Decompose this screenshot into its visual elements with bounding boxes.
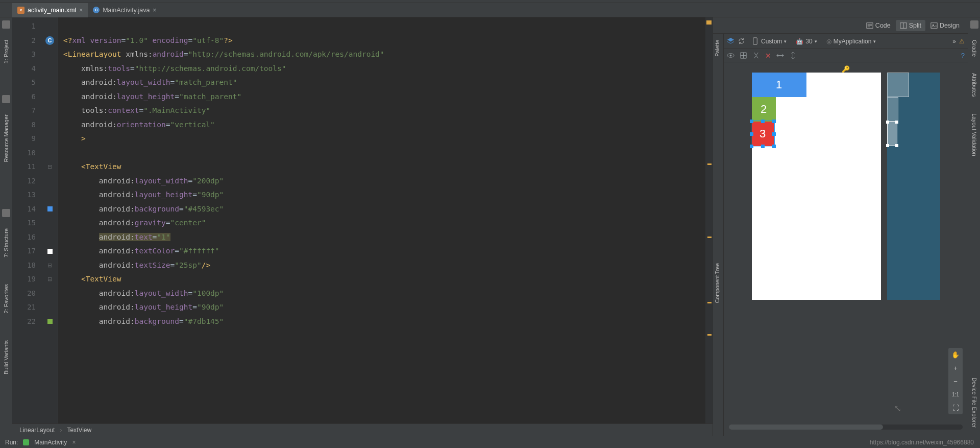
- color-swatch-icon[interactable]: [47, 319, 53, 324]
- zoom-out-button[interactable]: −: [948, 374, 963, 388]
- svg-rect-5: [753, 38, 757, 44]
- sidebar-build-variants[interactable]: Build Variants: [2, 332, 10, 383]
- tab-label: activity_main.xml: [28, 7, 76, 14]
- class-gutter-icon[interactable]: C: [45, 36, 54, 45]
- close-icon[interactable]: ×: [79, 7, 83, 14]
- preview-textview-2[interactable]: 2: [752, 97, 776, 122]
- tab-label: MainActivity.java: [103, 7, 150, 14]
- tab-mainactivity-java[interactable]: C MainActivity.java ×: [88, 3, 161, 17]
- preview-textview-1[interactable]: 1: [752, 73, 806, 97]
- orientation-icon[interactable]: [738, 37, 745, 45]
- preview-textview-3-selected[interactable]: 3: [752, 122, 774, 146]
- sidebar-resource-manager[interactable]: Resource Manager: [2, 106, 10, 171]
- blueprint-view-3-selected[interactable]: [887, 122, 897, 146]
- view-mode-design[interactable]: Design: [926, 20, 964, 31]
- fold-icon[interactable]: ⊟: [47, 276, 52, 282]
- line-gutter: 12345678910111213141516171819202122: [12, 17, 42, 423]
- run-label: Run:: [5, 439, 18, 446]
- code-content[interactable]: <?xml version="1.0" encoding="utf-8"?> <…: [58, 17, 705, 423]
- java-file-icon: C: [93, 7, 100, 13]
- color-swatch-icon[interactable]: [47, 249, 53, 254]
- zoom-in-button[interactable]: +: [948, 361, 963, 374]
- horizontal-scrollbar[interactable]: [729, 425, 963, 430]
- autoconnect-icon[interactable]: [752, 52, 760, 59]
- design-toolbar-secondary: ✕ ?: [724, 49, 968, 62]
- editor-tabs: x activity_main.xml × C MainActivity.jav…: [0, 3, 980, 17]
- zoom-controls: ✋ + − 1:1 ⛶: [948, 348, 963, 414]
- run-toolbar: Run: MainActivity ×: [0, 436, 980, 448]
- close-icon[interactable]: ×: [72, 439, 76, 446]
- view-mode-switcher: Code Split Design: [713, 17, 968, 34]
- sidebar-attributes[interactable]: Attributes: [970, 65, 978, 105]
- design-toolbar: Custom▾ 🤖30▾ ◎MyApplication▾ » ⚠: [724, 34, 968, 49]
- design-surface[interactable]: 1 2 3: [752, 73, 881, 300]
- left-tool-strip: 1: Project Resource Manager 7: Structure…: [0, 17, 12, 436]
- breadcrumb: LinearLayout › TextView: [12, 423, 713, 436]
- tab-activity-main[interactable]: x activity_main.xml ×: [12, 3, 88, 17]
- warning-icon[interactable]: ⚠: [959, 38, 965, 45]
- blueprint-surface[interactable]: [887, 73, 940, 300]
- zoom-actual-button[interactable]: ⛶: [948, 401, 963, 414]
- sidebar-structure[interactable]: 7: Structure: [2, 220, 10, 266]
- sidebar-layout-validation[interactable]: Layout Validation: [970, 105, 978, 164]
- folder-icon[interactable]: [2, 95, 10, 103]
- sidebar-device-file-explorer[interactable]: Device File Explorer: [970, 369, 978, 436]
- fold-icon[interactable]: ⊟: [47, 262, 52, 269]
- resize-handle-icon[interactable]: ⤡: [894, 403, 901, 414]
- palette-tab[interactable]: Palette: [713, 34, 721, 63]
- gradle-icon[interactable]: [970, 20, 978, 29]
- pan-icon[interactable]: ✋: [948, 348, 963, 361]
- device-picker[interactable]: Custom▾: [748, 36, 790, 46]
- color-swatch-icon[interactable]: [47, 206, 53, 211]
- view-mode-split[interactable]: Split: [896, 20, 925, 31]
- api-picker[interactable]: 🤖30▾: [793, 37, 820, 46]
- project-icon[interactable]: [2, 20, 10, 29]
- run-status-icon: [23, 439, 29, 445]
- view-mode-code[interactable]: Code: [862, 20, 895, 31]
- clear-constraints-icon[interactable]: ✕: [765, 52, 771, 60]
- breadcrumb-item[interactable]: TextView: [67, 427, 91, 434]
- right-tool-strip: Gradle Attributes Layout Validation Devi…: [968, 17, 980, 436]
- component-tree-tab[interactable]: Component Tree: [713, 257, 721, 309]
- more-icon[interactable]: »: [952, 38, 956, 45]
- help-icon[interactable]: ?: [961, 52, 965, 59]
- error-stripe[interactable]: [705, 17, 713, 423]
- sidebar-gradle[interactable]: Gradle: [970, 32, 978, 65]
- grid-icon[interactable]: [740, 52, 747, 59]
- fold-icon[interactable]: ⊟: [47, 163, 52, 170]
- breadcrumb-item[interactable]: LinearLayout: [19, 427, 55, 434]
- expand-horizontally-icon[interactable]: [776, 52, 784, 59]
- eye-icon[interactable]: [727, 52, 734, 59]
- sidebar-favorites[interactable]: 2: Favorites: [2, 276, 10, 321]
- theme-picker[interactable]: ◎MyApplication▾: [823, 37, 879, 46]
- layers-icon[interactable]: [727, 37, 734, 45]
- gutter-marks: C ⊟ ⊟ ⊟: [42, 17, 58, 423]
- svg-rect-3: [931, 22, 937, 28]
- chevron-right-icon: ›: [60, 427, 62, 434]
- run-config-name[interactable]: MainActivity: [34, 439, 67, 446]
- code-editor[interactable]: 12345678910111213141516171819202122 C ⊟ …: [12, 17, 713, 423]
- zoom-fit-button[interactable]: 1:1: [948, 388, 963, 401]
- sidebar-project[interactable]: 1: Project: [2, 32, 10, 72]
- palette-strip: Palette Component Tree: [713, 34, 724, 436]
- expand-vertically-icon[interactable]: [789, 52, 797, 59]
- structure-icon[interactable]: [2, 209, 10, 217]
- blueprint-view-1[interactable]: [887, 73, 909, 97]
- svg-point-7: [730, 55, 732, 57]
- blueprint-view-2[interactable]: [887, 97, 898, 122]
- watermark-text: https://blog.csdn.net/weixin_45966880: [870, 439, 974, 446]
- xml-file-icon: x: [17, 7, 24, 14]
- close-icon[interactable]: ×: [153, 7, 156, 14]
